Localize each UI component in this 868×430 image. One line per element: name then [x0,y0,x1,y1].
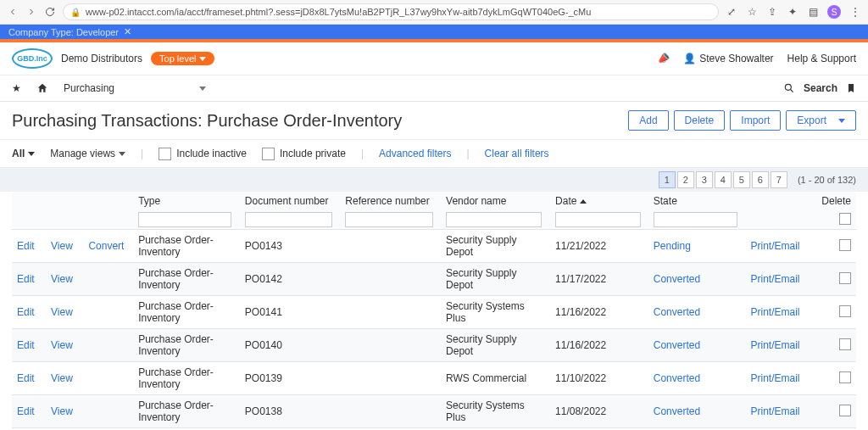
delete-checkbox[interactable] [839,338,851,350]
page-4[interactable]: 4 [715,171,732,188]
delete-checkbox[interactable] [839,305,851,317]
view-link[interactable]: View [51,372,73,384]
user-menu[interactable]: 👤 Steve Showalter [683,53,773,64]
delete-all-checkbox[interactable] [839,213,851,225]
convert-link[interactable]: Convert [88,240,124,252]
cell-doc: PO0141 [240,296,341,329]
col-ref[interactable]: Reference number [340,192,441,209]
filter-state[interactable] [654,212,738,227]
star-icon[interactable]: ☆ [746,6,758,18]
state-link[interactable]: Converted [654,372,700,384]
col-delete[interactable]: Delete [813,192,856,209]
home-icon[interactable] [36,82,48,94]
advanced-filters-link[interactable]: Advanced filters [379,148,451,159]
cell-ref [340,329,441,362]
search-label[interactable]: Search [804,82,837,94]
print-email-link[interactable]: Print/Email [751,372,800,384]
edit-link[interactable]: Edit [17,405,35,417]
level-pill[interactable]: Top level [151,52,214,65]
page-2[interactable]: 2 [677,171,694,188]
cell-ref [340,395,441,428]
print-email-link[interactable]: Print/Email [751,339,800,351]
module-select[interactable]: Purchasing [64,82,206,94]
delete-checkbox[interactable] [839,371,851,383]
print-email-link[interactable]: Print/Email [751,306,800,318]
edit-link[interactable]: Edit [17,273,35,285]
favorite-star-icon[interactable]: ★ [12,82,21,94]
manage-views[interactable]: Manage views [50,148,125,159]
col-vendor[interactable]: Vendor name [441,192,550,209]
include-inactive[interactable]: Include inactive [159,148,247,160]
state-link[interactable]: Converted [654,405,700,417]
share-icon[interactable]: ⇪ [766,6,778,18]
pager-row: 1234567 (1 - 20 of 132) [0,168,868,192]
pager-range: (1 - 20 of 132) [798,175,856,185]
search-icon[interactable] [783,82,795,94]
col-type[interactable]: Type [133,192,240,209]
help-link[interactable]: Help & Support [787,53,856,64]
page-7[interactable]: 7 [771,171,787,188]
include-private[interactable]: Include private [262,148,346,160]
reload-icon[interactable] [44,6,56,18]
cell-date: 11/17/2022 [550,263,648,296]
col-date[interactable]: Date [550,192,648,209]
filter-vendor[interactable] [446,212,542,227]
svg-point-0 [785,84,791,90]
delete-checkbox[interactable] [839,272,851,284]
cell-date: 11/16/2022 [550,296,648,329]
table-row: EditViewPurchase Order-InventoryPO0142Se… [12,263,856,296]
view-link[interactable]: View [51,405,73,417]
logo[interactable]: GBD.Inc [12,48,53,69]
state-link[interactable]: Converted [654,339,700,351]
delete-checkbox[interactable] [839,405,851,416]
kebab-icon[interactable]: ⋮ [849,6,861,18]
print-email-link[interactable]: Print/Email [751,405,800,417]
page-6[interactable]: 6 [752,171,769,188]
print-email-link[interactable]: Print/Email [751,240,800,252]
checkbox[interactable] [262,148,275,160]
edit-link[interactable]: Edit [17,372,35,384]
chevron-down-icon [28,152,35,156]
back-icon[interactable] [7,6,19,18]
col-doc[interactable]: Document number [240,192,341,209]
forward-icon[interactable] [25,6,37,18]
clear-filters-link[interactable]: Clear all filters [485,148,549,159]
view-link[interactable]: View [51,339,73,351]
puzzle-icon[interactable]: ✦ [787,6,798,18]
view-link[interactable]: View [51,273,73,285]
state-link[interactable]: Converted [654,273,700,285]
close-icon[interactable]: ✕ [124,26,131,37]
print-email-link[interactable]: Print/Email [751,273,800,285]
edit-link[interactable]: Edit [17,339,35,351]
all-filter[interactable]: All [12,148,35,159]
avatar[interactable]: S [827,5,841,19]
edit-link[interactable]: Edit [17,306,35,318]
view-link[interactable]: View [51,240,73,252]
col-state[interactable]: State [648,192,746,209]
filter-date[interactable] [555,212,641,227]
state-link[interactable]: Converted [654,306,700,318]
filter-ref[interactable] [345,212,432,227]
import-button[interactable]: Import [730,110,781,131]
filter-doc[interactable] [245,212,332,227]
state-link[interactable]: Pending [654,240,691,252]
cell-doc: PO0138 [240,395,341,428]
cell-type: Purchase Order-Inventory [133,230,240,263]
url-bar[interactable]: 🔒 www-p02.intacct.com/ia/acct/frameset.p… [63,3,719,20]
view-link[interactable]: View [51,306,73,318]
table-row: EditViewPurchase Order-InventoryPO0141Se… [12,296,856,329]
page-3[interactable]: 3 [696,171,713,188]
announcements-icon[interactable]: 📣 [655,51,671,66]
add-button[interactable]: Add [628,110,668,131]
apps-icon[interactable]: ▤ [807,6,819,18]
edit-link[interactable]: Edit [17,240,35,252]
delete-checkbox[interactable] [839,239,851,251]
zoom-icon[interactable]: ⤢ [726,6,737,18]
page-5[interactable]: 5 [733,171,750,188]
checkbox[interactable] [159,148,171,160]
page-1[interactable]: 1 [659,171,676,188]
bookmark-icon[interactable] [846,82,856,94]
export-button[interactable]: Export [786,110,856,131]
delete-button[interactable]: Delete [674,110,726,131]
filter-type[interactable] [138,212,231,227]
